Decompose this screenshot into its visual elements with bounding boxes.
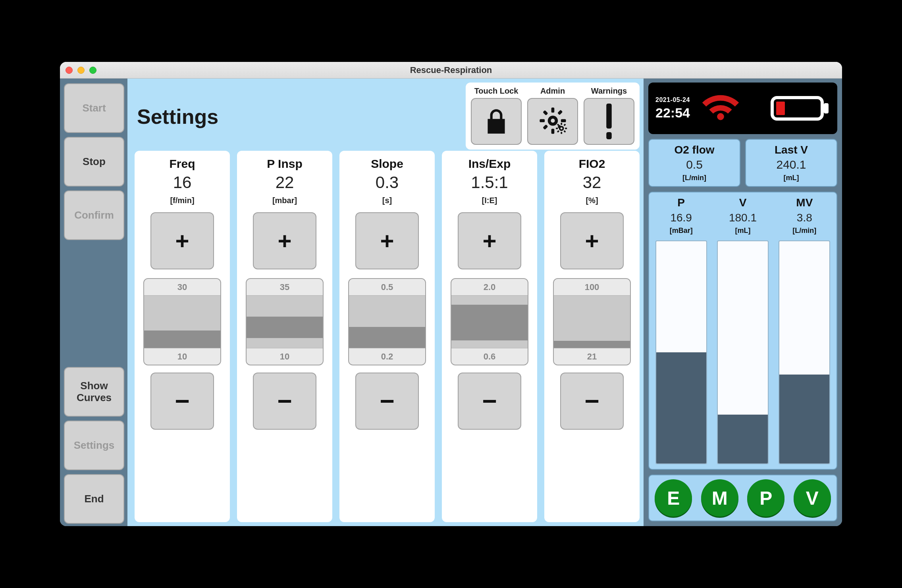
letter-e-button[interactable]: E (655, 479, 692, 517)
right-panel: 2021-05-24 22:54 O2 flow 0.5 (644, 79, 842, 526)
col-title: P Insp (267, 157, 302, 171)
settings-columns: Freq 16 [f/min] + 30 10 − P Insp (135, 151, 640, 522)
fio2-plus-button[interactable]: + (560, 212, 624, 269)
col-value: 1.5:1 (471, 173, 508, 192)
letters-card: E M P V (648, 475, 837, 521)
svg-rect-19 (606, 104, 612, 129)
letter-p-button[interactable]: P (747, 479, 784, 517)
slider-max: 0.5 (349, 279, 425, 296)
slider-min: 0.2 (349, 348, 425, 365)
warnings-button[interactable] (584, 98, 634, 145)
slider-max: 30 (144, 279, 220, 296)
fio2-minus-button[interactable]: − (560, 373, 624, 430)
status-bar: 2021-05-24 22:54 (648, 83, 837, 134)
insexp-minus-button[interactable]: − (458, 373, 521, 430)
meter-title: MV (796, 196, 813, 209)
svg-rect-22 (824, 103, 829, 113)
lastv-card: Last V 240.1 [mL] (745, 139, 837, 187)
meter-v: V 180.1 [mL] (715, 196, 771, 464)
svg-rect-1 (551, 108, 555, 113)
slider-thumb[interactable] (247, 317, 323, 338)
insexp-slider[interactable]: 2.0 0.6 (451, 278, 528, 365)
col-unit: [I:E] (482, 196, 497, 205)
col-unit: [s] (382, 196, 392, 205)
svg-rect-4 (561, 119, 566, 122)
card-title: Last V (775, 144, 808, 156)
col-unit: [mbar] (272, 196, 297, 205)
col-title: FIO2 (579, 157, 605, 171)
letter-m-button[interactable]: M (701, 479, 738, 517)
lock-icon (482, 107, 511, 136)
wifi-icon (699, 92, 742, 124)
status-time: 22:54 (655, 105, 690, 121)
meter-value: 180.1 (729, 211, 757, 224)
show-curves-button[interactable]: Show Curves (64, 367, 124, 417)
touch-lock-label: Touch Lock (474, 86, 518, 96)
touch-lock-button[interactable] (471, 98, 522, 145)
meter-bar (779, 240, 830, 464)
slider-min: 0.6 (451, 348, 528, 365)
pinsp-minus-button[interactable]: − (253, 373, 316, 430)
toolbar: Touch Lock Admin (466, 83, 640, 150)
slope-plus-button[interactable]: + (355, 212, 419, 269)
meter-fill (718, 415, 768, 463)
col-title: Ins/Exp (468, 157, 511, 171)
svg-rect-14 (565, 128, 567, 129)
svg-point-10 (561, 127, 563, 129)
touch-lock-cell: Touch Lock (470, 86, 522, 145)
card-value: 240.1 (776, 158, 806, 171)
slider-thumb[interactable] (349, 327, 425, 348)
slider-max: 35 (247, 279, 323, 296)
freq-plus-button[interactable]: + (150, 212, 214, 269)
svg-rect-11 (561, 123, 562, 125)
slope-slider[interactable]: 0.5 0.2 (348, 278, 426, 365)
col-value: 16 (173, 173, 192, 192)
settings-button[interactable]: Settings (64, 421, 124, 470)
pinsp-slider[interactable]: 35 10 (246, 278, 324, 365)
pinsp-plus-button[interactable]: + (253, 212, 316, 269)
main-panel: Settings Touch Lock Admin (127, 79, 644, 526)
stop-button[interactable]: Stop (64, 137, 124, 186)
admin-cell: Admin (527, 86, 578, 145)
meter-fill (656, 352, 706, 463)
start-button[interactable]: Start (64, 83, 124, 133)
page-title: Settings (137, 105, 218, 129)
freq-slider[interactable]: 30 10 (143, 278, 221, 365)
meter-unit: [L/min] (792, 227, 816, 235)
meter-bar (717, 240, 769, 464)
meter-p: P 16.9 [mBar] (653, 196, 709, 464)
end-button[interactable]: End (64, 474, 124, 524)
letter-v-button[interactable]: V (794, 479, 831, 517)
slider-thumb[interactable] (451, 305, 528, 340)
meter-mv: MV 3.8 [L/min] (777, 196, 833, 464)
admin-button[interactable] (527, 98, 578, 145)
meter-title: P (677, 196, 685, 209)
svg-rect-16 (563, 130, 566, 133)
slider-max: 2.0 (451, 279, 528, 296)
slope-minus-button[interactable]: − (355, 373, 419, 430)
status-date: 2021-05-24 (655, 96, 690, 104)
warnings-label: Warnings (591, 86, 627, 96)
freq-minus-button[interactable]: − (150, 373, 214, 430)
insexp-plus-button[interactable]: + (458, 212, 521, 269)
setting-col-insexp: Ins/Exp 1.5:1 [I:E] + 2.0 0.6 − (442, 151, 537, 522)
card-unit: [mL] (784, 174, 799, 182)
exclaim-icon (603, 104, 615, 139)
meter-fill (779, 375, 829, 463)
svg-rect-3 (540, 119, 545, 122)
zoom-icon[interactable] (89, 67, 96, 74)
minimize-icon[interactable] (77, 67, 85, 74)
info-row: O2 flow 0.5 [L/min] Last V 240.1 [mL] (648, 139, 837, 187)
main-header: Settings Touch Lock Admin (135, 83, 640, 150)
titlebar: Rescue-Respiration (60, 62, 842, 79)
svg-rect-2 (551, 129, 555, 134)
warnings-cell: Warnings (583, 86, 635, 145)
card-value: 0.5 (686, 158, 703, 171)
svg-rect-20 (606, 132, 612, 139)
fio2-slider[interactable]: 100 21 (553, 278, 631, 365)
card-title: O2 flow (674, 144, 714, 156)
slider-thumb[interactable] (554, 341, 630, 348)
slider-max: 100 (554, 279, 630, 296)
confirm-button[interactable]: Confirm (64, 190, 124, 240)
close-icon[interactable] (66, 67, 73, 74)
